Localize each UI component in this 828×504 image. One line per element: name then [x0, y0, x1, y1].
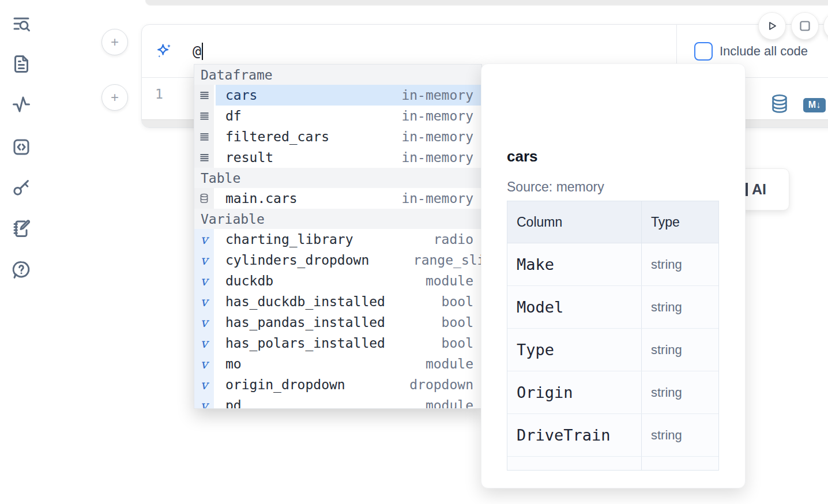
run-cell-button[interactable]	[758, 12, 786, 40]
column-name-cell: Type	[507, 329, 642, 371]
markdown-icon[interactable]: M↓	[803, 98, 826, 112]
autocomplete-item-type: module	[426, 273, 473, 288]
table-row: Modelstring	[507, 286, 718, 329]
autocomplete-item-type: bool	[442, 336, 473, 351]
autocomplete-item[interactable]: vcylinders_dropdownrange_slider	[194, 250, 481, 270]
table-row: Typestring	[507, 329, 718, 371]
autocomplete-item-type: in-memory	[401, 108, 473, 123]
autocomplete-item-type: module	[426, 398, 473, 409]
variable-icon: v	[194, 312, 214, 333]
stop-icon	[799, 20, 811, 32]
autocomplete-item-name: main.cars	[216, 191, 298, 206]
autocomplete-item-type: bool	[442, 315, 473, 330]
autocomplete-item-type: radio	[434, 232, 473, 247]
ai-card-label: AI	[752, 181, 766, 198]
autocomplete-item[interactable]: vmomodule	[194, 353, 481, 374]
column-type-cell: string	[642, 371, 718, 413]
preview-schema-table: Column Type MakestringModelstringTypestr…	[507, 201, 719, 471]
autocomplete-item-name: has_polars_installed	[216, 336, 385, 351]
code-block-icon[interactable]	[10, 136, 32, 158]
variable-icon: v	[194, 250, 214, 270]
autocomplete-item[interactable]: vhas_polars_installedbool	[194, 333, 481, 353]
variable-icon: v	[194, 374, 214, 395]
autocomplete-item-name: mo	[216, 356, 242, 371]
dataframe-preview-panel: cars Source: memory 428 rows, 15 columns…	[481, 63, 746, 488]
include-all-code-checkbox[interactable]	[694, 42, 713, 61]
sparkles-icon	[155, 42, 173, 61]
variable-icon: v	[194, 270, 214, 291]
help-chat-icon[interactable]	[10, 259, 32, 281]
autocomplete-item-name: result	[216, 150, 273, 165]
dataframe-icon	[194, 126, 214, 147]
activity-icon[interactable]	[10, 93, 32, 115]
play-icon	[766, 20, 778, 32]
table-row: DriveTrainstring	[507, 414, 718, 457]
ai-button-card[interactable]: AI	[739, 168, 789, 210]
variable-icon: v	[194, 395, 214, 409]
variable-icon: v	[194, 353, 214, 374]
column-name-cell: Make	[507, 243, 642, 285]
autocomplete-item-name: cylinders_dropdown	[216, 253, 369, 268]
list-search-icon[interactable]	[10, 13, 32, 35]
table-body: MakestringModelstringTypestringOriginstr…	[507, 243, 718, 471]
column-name-cell: Origin	[507, 371, 642, 413]
clipped-letter	[746, 183, 748, 196]
autocomplete-item-name: has_pandas_installed	[216, 315, 385, 330]
autocomplete-item-name: charting_library	[216, 232, 353, 247]
autocomplete-item-name: filtered_cars	[216, 129, 329, 144]
autocomplete-item-type: in-memory	[401, 129, 473, 144]
dataframe-icon	[194, 147, 214, 168]
include-all-code-label: Include all code	[720, 44, 808, 59]
autocomplete-item[interactable]: vcharting_libraryradio	[194, 229, 481, 250]
stop-button[interactable]	[791, 12, 819, 40]
variable-icon: v	[194, 229, 214, 250]
autocomplete-item-type: module	[426, 356, 473, 371]
column-type-cell: string	[642, 286, 718, 328]
variable-icon: v	[194, 333, 214, 353]
variable-icon: v	[194, 291, 214, 312]
autocomplete-item-type: dropdown	[409, 377, 473, 392]
database-icon[interactable]	[771, 94, 788, 116]
line-number: 1	[155, 86, 163, 101]
autocomplete-item-type: in-memory	[401, 191, 473, 206]
autocomplete-section-header: Variable	[194, 209, 481, 229]
preview-title: cars	[507, 148, 538, 166]
key-icon[interactable]	[10, 176, 32, 198]
dataframe-icon	[194, 85, 214, 106]
column-name-cell: Model	[507, 286, 642, 328]
autocomplete-item-type: in-memory	[401, 88, 473, 103]
autocomplete-section-header: Dataframe	[194, 65, 481, 85]
column-name-cell: DriveTrain	[507, 414, 642, 456]
table-row-clipped	[507, 457, 718, 471]
autocomplete-item[interactable]: vhas_pandas_installedbool	[194, 312, 481, 333]
column-header: Column	[507, 201, 642, 243]
scratchpad-icon[interactable]	[10, 217, 32, 239]
autocomplete-item-name: df	[216, 108, 242, 123]
database-icon	[194, 188, 214, 209]
autocomplete-item[interactable]: vhas_duckdb_installedbool	[194, 291, 481, 312]
autocomplete-item[interactable]: vorigin_dropdowndropdown	[194, 374, 481, 395]
column-type-cell: string	[642, 243, 718, 285]
add-cell-below-button[interactable]: +	[101, 84, 128, 111]
autocomplete-item[interactable]: main.carsin-memory	[194, 188, 481, 209]
autocomplete-item[interactable]: filtered_carsin-memory	[194, 126, 481, 147]
autocomplete-item[interactable]: vpdmodule	[194, 395, 481, 409]
table-row: Originstring	[507, 371, 718, 414]
ai-prompt-value: @	[193, 43, 201, 59]
table-row: Makestring	[507, 243, 718, 286]
autocomplete-item-name: cars	[216, 88, 257, 103]
add-cell-above-button[interactable]: +	[101, 29, 128, 55]
autocomplete-item-type: in-memory	[401, 150, 473, 165]
autocomplete-item-name: origin_dropdown	[216, 377, 345, 392]
preview-source: Source: memory	[507, 179, 604, 195]
column-type-cell: string	[642, 414, 718, 456]
autocomplete-item[interactable]: dfin-memory	[194, 106, 481, 126]
autocomplete-item-type: bool	[442, 294, 473, 309]
file-icon[interactable]	[10, 53, 32, 75]
column-type-cell: string	[642, 329, 718, 371]
autocomplete-item[interactable]: resultin-memory	[194, 147, 481, 168]
autocomplete-item-name: duckdb	[216, 273, 273, 288]
autocomplete-item[interactable]: carsin-memory	[194, 85, 481, 106]
type-header: Type	[642, 201, 718, 243]
autocomplete-item[interactable]: vduckdbmodule	[194, 270, 481, 291]
